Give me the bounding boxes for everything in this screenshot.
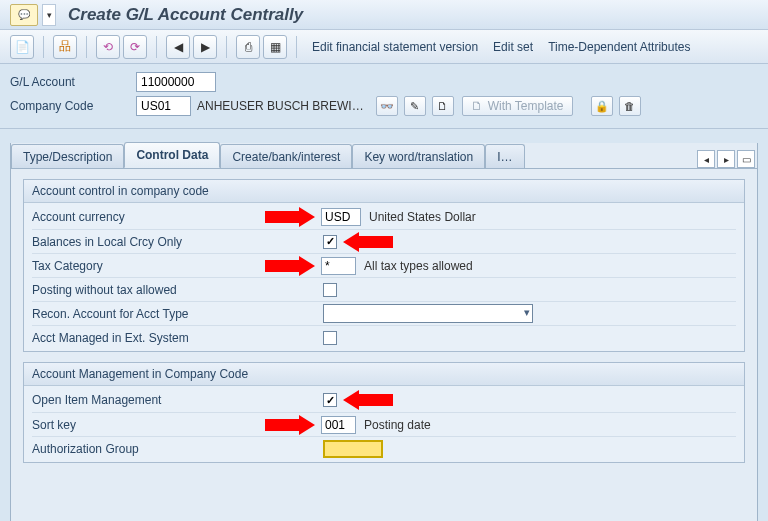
open-item-label: Open Item Management xyxy=(32,393,257,407)
with-template-label: With Template xyxy=(488,99,564,113)
group-account-control: Account control in company code Account … xyxy=(23,179,745,352)
tab-key-word-translation[interactable]: Key word/translation xyxy=(352,144,485,169)
svg-marker-4 xyxy=(265,415,315,435)
next-icon[interactable]: ▶ xyxy=(193,35,217,59)
separator xyxy=(86,36,87,58)
prev-icon[interactable]: ◀ xyxy=(166,35,190,59)
redo-icon[interactable]: ⟳ xyxy=(123,35,147,59)
tab-information[interactable]: I… xyxy=(485,144,524,169)
tab-scroll-left-icon[interactable]: ◂ xyxy=(697,150,715,168)
svg-marker-1 xyxy=(343,232,393,252)
annotation-arrow-icon xyxy=(265,417,313,433)
link-time-dependent[interactable]: Time-Dependent Attributes xyxy=(542,36,696,58)
tab-control-data[interactable]: Control Data xyxy=(124,142,220,168)
sort-key-input[interactable] xyxy=(321,416,356,434)
tab-create-bank-interest[interactable]: Create/bank/interest xyxy=(220,144,352,169)
separator xyxy=(226,36,227,58)
tab-scroll-right-icon[interactable]: ▸ xyxy=(717,150,735,168)
recon-account-select[interactable] xyxy=(323,304,533,323)
with-template-button[interactable]: 🗋 With Template xyxy=(462,96,573,116)
separator xyxy=(296,36,297,58)
group-account-management: Account Management in Company Code Open … xyxy=(23,362,745,463)
template-icon: 🗋 xyxy=(471,99,483,113)
authorization-group-input[interactable] xyxy=(323,440,383,458)
balances-local-label: Balances in Local Crcy Only xyxy=(32,235,257,249)
annotation-arrow-icon xyxy=(345,234,393,250)
account-currency-desc: United States Dollar xyxy=(369,210,476,224)
separator xyxy=(156,36,157,58)
sheet-icon[interactable]: ▦ xyxy=(263,35,287,59)
tab-type-description[interactable]: Type/Description xyxy=(11,144,124,169)
open-item-checkbox[interactable]: ✓ xyxy=(323,393,337,407)
undo-icon[interactable]: ⟲ xyxy=(96,35,120,59)
toggle-display-icon[interactable]: 📄 xyxy=(10,35,34,59)
annotation-arrow-icon xyxy=(265,258,313,274)
tab-list-icon[interactable]: ▭ xyxy=(737,150,755,168)
company-code-desc: ANHEUSER BUSCH BREWI… xyxy=(197,99,364,113)
svg-marker-2 xyxy=(265,256,315,276)
layout-icon[interactable]: ⎙ xyxy=(236,35,260,59)
edit-icon[interactable]: ✎ xyxy=(404,96,426,116)
tax-category-desc: All tax types allowed xyxy=(364,259,473,273)
sort-key-desc: Posting date xyxy=(364,418,431,432)
company-code-label: Company Code xyxy=(10,99,130,113)
tax-category-label: Tax Category xyxy=(32,259,257,273)
gl-account-input[interactable] xyxy=(136,72,216,92)
structure-icon[interactable]: 品 xyxy=(53,35,77,59)
link-edit-set[interactable]: Edit set xyxy=(487,36,539,58)
tax-category-input[interactable] xyxy=(321,257,356,275)
separator xyxy=(43,36,44,58)
balances-local-checkbox[interactable]: ✓ xyxy=(323,235,337,249)
command-dropdown[interactable]: ▾ xyxy=(42,4,56,26)
ext-system-label: Acct Managed in Ext. System xyxy=(32,331,257,345)
posting-without-tax-label: Posting without tax allowed xyxy=(32,283,257,297)
account-currency-label: Account currency xyxy=(32,210,257,224)
group-account-control-title: Account control in company code xyxy=(24,180,744,203)
page-title: Create G/L Account Centrally xyxy=(68,5,303,25)
annotation-arrow-icon xyxy=(345,392,393,408)
display-icon[interactable]: 👓 xyxy=(376,96,398,116)
ext-system-checkbox[interactable] xyxy=(323,331,337,345)
group-account-management-title: Account Management in Company Code xyxy=(24,363,744,386)
company-code-input[interactable] xyxy=(136,96,191,116)
recon-account-label: Recon. Account for Acct Type xyxy=(32,307,257,321)
gl-account-label: G/L Account xyxy=(10,75,130,89)
create-icon[interactable]: 🗋 xyxy=(432,96,454,116)
authorization-group-label: Authorization Group xyxy=(32,442,257,456)
link-financial-statement[interactable]: Edit financial statement version xyxy=(306,36,484,58)
sort-key-label: Sort key xyxy=(32,418,257,432)
svg-marker-3 xyxy=(343,390,393,410)
lock-icon[interactable]: 🔒 xyxy=(591,96,613,116)
command-icon[interactable]: 💬 xyxy=(10,4,38,26)
delete-icon[interactable]: 🗑 xyxy=(619,96,641,116)
annotation-arrow-icon xyxy=(265,209,313,225)
posting-without-tax-checkbox[interactable] xyxy=(323,283,337,297)
svg-marker-0 xyxy=(265,207,315,227)
account-currency-input[interactable] xyxy=(321,208,361,226)
